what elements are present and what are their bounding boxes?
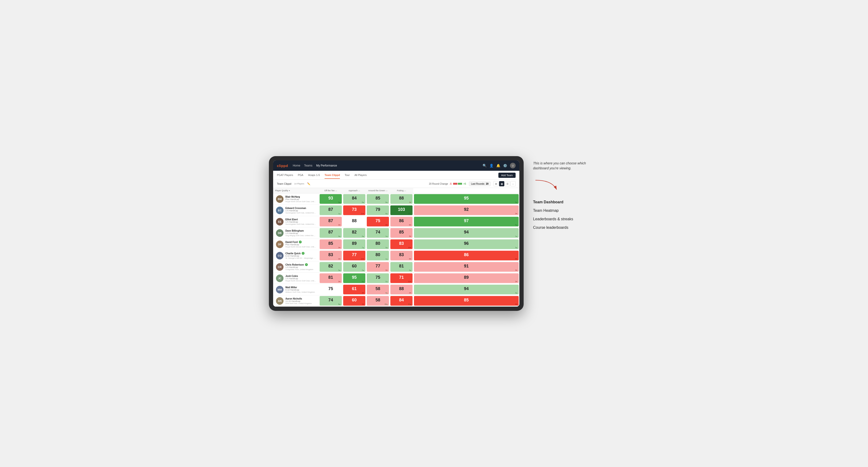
player-cell-7[interactable]: JC Josh Coles 1-5 Handicap Royal North D… [273, 273, 319, 284]
score-cell-9-1: 60 1 [342, 295, 366, 307]
score-delta: 4 [515, 303, 518, 305]
score-cell-4-3: 83 10 [390, 239, 413, 250]
score-value: 86 [464, 252, 469, 257]
tab-all-players[interactable]: All Players [354, 172, 367, 179]
nav-links: Home Teams My Performance [293, 163, 478, 168]
col-header-putting[interactable]: Putting — [390, 188, 413, 193]
score-cell-4-4: 96 3 [413, 239, 519, 250]
tab-pga[interactable]: PGA [298, 172, 303, 179]
tab-pgat-players[interactable]: PGAT Players [277, 172, 293, 179]
score-delta: 3 [338, 281, 341, 282]
nav-home[interactable]: Home [293, 163, 300, 168]
score-cell-0-4: 95 9 [413, 193, 519, 205]
score-value: 83 [328, 252, 333, 257]
delta-arrow: 3 [338, 269, 341, 271]
delta-arrow: 3 [515, 247, 518, 248]
score-value: 80 [375, 241, 380, 246]
player-cell-1[interactable]: EC Edward Crossman 1-5 Handicap Sunningd… [273, 205, 319, 216]
score-delta: 3 [385, 247, 388, 248]
score-delta: 3 [338, 258, 341, 260]
player-club: Gog Magog Golf Club, United Kingdom [285, 235, 316, 237]
tab-team-clippd[interactable]: Team Clippd [324, 172, 340, 179]
add-team-button[interactable]: Add Team [498, 173, 516, 178]
score-cell-8-2: 58 4 [366, 284, 390, 295]
score-cell-7-4: 89 2 [413, 273, 519, 284]
player-cell-3[interactable]: DB Dave Billingham 1-5 Handicap Gog Mago… [273, 227, 319, 239]
score-delta: 3 [409, 236, 411, 237]
player-name: Matt Miller [285, 286, 315, 289]
score-delta: 4 [362, 236, 364, 237]
score-value: 79 [375, 207, 380, 212]
edit-icon[interactable]: ✏️ [307, 182, 310, 185]
player-handicap: 1-5 Handicap [285, 232, 316, 235]
score-delta: 9 [385, 213, 388, 214]
score-value: 85 [464, 298, 469, 302]
score-value: 87 [328, 230, 333, 235]
score-delta: 10 [384, 303, 388, 305]
settings-icon[interactable]: ⚙️ [503, 164, 507, 167]
nav-bar: clippd Home Teams My Performance 🔍 👤 🔔 ⚙… [273, 160, 519, 171]
delta-arrow: 15 [408, 213, 411, 214]
heatmap-view-button[interactable]: ▦ [499, 181, 504, 186]
player-avatar: CR [276, 263, 283, 271]
menu-item-team-dashboard[interactable]: Team Dashboard [533, 200, 599, 204]
last-rounds-button[interactable]: Last Rounds: 20 [469, 182, 491, 186]
delta-arrow: 1 [515, 236, 518, 237]
delta-arrow: 3 [385, 224, 388, 226]
player-cell-9[interactable]: AN Aaron Nicholls 11-15 Handicap Drift G… [273, 295, 319, 307]
player-avatar: BM [276, 195, 283, 203]
download-button[interactable]: ↓ [510, 181, 516, 186]
player-cell-5[interactable]: CQ Charlie Quick✓ 6-10 Handicap St. Geor… [273, 250, 319, 261]
player-cell-2[interactable]: EE Elliot Ebert 1-5 Handicap Sunningdale… [273, 216, 319, 227]
bell-icon[interactable]: 🔔 [496, 164, 500, 167]
col-header-off-tee[interactable]: Off the Tee — [319, 188, 342, 193]
nav-teams[interactable]: Teams [304, 163, 312, 168]
player-avatar: DB [276, 229, 283, 237]
nav-my-performance[interactable]: My Performance [316, 163, 337, 168]
table-row: BM Blair McHarg Plus Handicap Royal Nort… [273, 193, 519, 205]
search-icon[interactable]: 🔍 [483, 164, 487, 167]
score-delta: 3 [515, 269, 518, 271]
player-name: Josh Coles [285, 275, 316, 277]
score-cell-3-2: 74 1 [366, 227, 390, 239]
grid-view-button[interactable]: ⊞ [493, 181, 499, 186]
delta-arrow: 1 [385, 236, 388, 237]
score-delta: 7 [362, 247, 364, 248]
score-delta: 4 [385, 292, 388, 294]
player-cell-8[interactable]: MM Matt Miller 6-10 Handicap Woburn Golf… [273, 284, 319, 295]
score-value: 58 [375, 286, 380, 291]
score-cell-6-4: 91 3 [413, 261, 519, 273]
score-cell-0-1: 84 6 [342, 193, 366, 205]
delta-arrow: 2 [515, 281, 518, 282]
avatar[interactable]: U [510, 163, 516, 168]
tab-tour[interactable]: Tour [345, 172, 349, 179]
player-cell-6[interactable]: CR Chris Robertson✓ 1-5 Handicap Craigmi… [273, 261, 319, 273]
player-avatar: CQ [276, 252, 283, 259]
delta-arrow: 7 [362, 247, 364, 248]
player-cell-4[interactable]: DF David Ford✓ Plus Handicap Royal North… [273, 239, 319, 250]
score-delta: 8 [338, 303, 341, 305]
score-delta: 8 [385, 201, 388, 203]
player-cell-0[interactable]: BM Blair McHarg Plus Handicap Royal Nort… [273, 193, 319, 205]
list-view-button[interactable]: ☰ [505, 181, 510, 186]
player-avatar: EE [276, 218, 283, 225]
menu-item-course-leaderboards[interactable]: Course leaderboards [533, 225, 599, 230]
col-header-around-green[interactable]: Around the Green — [366, 188, 390, 193]
round-change-label: 20 Round Change [429, 183, 448, 185]
player-name: David Ford✓ [285, 241, 316, 243]
menu-item-team-heatmap[interactable]: Team Heatmap [533, 209, 599, 213]
score-delta: 8 [515, 258, 518, 260]
tab-hcaps[interactable]: Hcaps 1-5 [308, 172, 320, 179]
player-name: Dave Billingham [285, 229, 316, 232]
score-delta: 6 [409, 224, 411, 226]
tablet-frame: clippd Home Teams My Performance 🔍 👤 🔔 ⚙… [269, 156, 524, 311]
score-delta: 2 [409, 292, 411, 294]
delta-arrow: 4 [515, 303, 518, 305]
menu-item-leaderboards[interactable]: Leaderboards & streaks [533, 217, 599, 221]
score-value: 94 [464, 286, 469, 291]
person-icon[interactable]: 👤 [489, 164, 493, 167]
table-row: MM Matt Miller 6-10 Handicap Woburn Golf… [273, 284, 519, 295]
score-cell-3-0: 87 4 [319, 227, 342, 239]
col-header-approach[interactable]: Approach — [342, 188, 366, 193]
player-name: Aaron Nicholls [285, 298, 312, 300]
